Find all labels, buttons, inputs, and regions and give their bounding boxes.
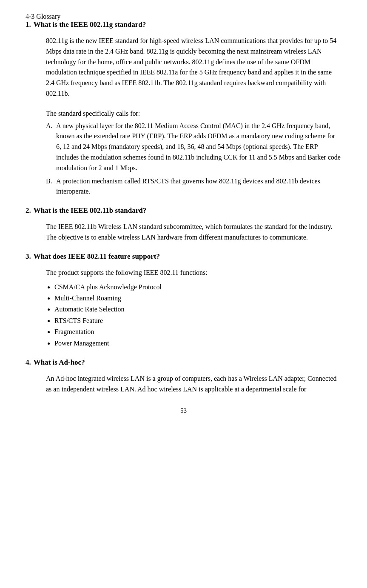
section-4-header: 4. What is Ad-hoc?: [26, 358, 341, 370]
section-4-body: An Ad-hoc integrated wireless LAN is a g…: [46, 374, 341, 395]
bullet-1: CSMA/CA plus Acknowledge Protocol: [54, 282, 341, 293]
header-text: 4-3 Glossary: [26, 13, 341, 20]
section-4: 4. What is Ad-hoc? An Ad-hoc integrated …: [26, 358, 341, 395]
page-header: 4-3 Glossary: [26, 13, 341, 20]
section-3: 3. What does IEEE 802.11 feature support…: [26, 252, 341, 349]
section-4-number: 4.: [26, 358, 31, 370]
sections-container: 1. What is the IEEE 802.11g standard? 80…: [26, 20, 341, 394]
section-2-header: 2. What is the IEEE 802.11b standard?: [26, 206, 341, 218]
section-3-body: The product supports the following IEEE …: [46, 268, 341, 278]
section-3-bullet-list: CSMA/CA plus Acknowledge Protocol Multi-…: [54, 282, 341, 349]
section-4-title: What is Ad-hoc?: [34, 358, 85, 367]
section-1-number: 1.: [26, 20, 31, 32]
section-2-body: The IEEE 802.11b Wireless LAN standard s…: [46, 222, 341, 243]
section-1-body: 802.11g is the new IEEE standard for hig…: [46, 36, 341, 99]
bullet-4: RTS/CTS Feature: [54, 315, 341, 326]
section-1-header: 1. What is the IEEE 802.11g standard?: [26, 20, 341, 32]
section-3-title: What does IEEE 802.11 feature support?: [34, 252, 160, 261]
section-2-title: What is the IEEE 802.11b standard?: [34, 206, 146, 215]
section-1-sub-b: B. A protection mechanism called RTS/CTS…: [46, 176, 341, 197]
page-number: 53: [180, 407, 187, 414]
section-1-sub-a: A. A new physical layer for the 802.11 M…: [46, 121, 341, 174]
section-1: 1. What is the IEEE 802.11g standard? 80…: [26, 20, 341, 197]
bullet-6: Power Management: [54, 338, 341, 349]
sub-a-text: A new physical layer for the 802.11 Medi…: [56, 121, 341, 174]
section-2: 2. What is the IEEE 802.11b standard? Th…: [26, 206, 341, 243]
bullet-3: Automatic Rate Selection: [54, 304, 341, 315]
section-1-calls-label: The standard specifically calls for:: [46, 108, 341, 119]
sub-b-text: A protection mechanism called RTS/CTS th…: [56, 176, 341, 197]
section-3-header: 3. What does IEEE 802.11 feature support…: [26, 252, 341, 264]
section-2-number: 2.: [26, 206, 31, 218]
bullet-2: Multi-Channel Roaming: [54, 293, 341, 304]
section-1-title: What is the IEEE 802.11g standard?: [34, 20, 146, 29]
section-3-number: 3.: [26, 252, 31, 264]
sub-b-letter: B.: [46, 176, 54, 197]
sub-a-letter: A.: [46, 121, 54, 174]
page-footer: 53: [26, 407, 341, 414]
bullet-5: Fragmentation: [54, 326, 341, 337]
